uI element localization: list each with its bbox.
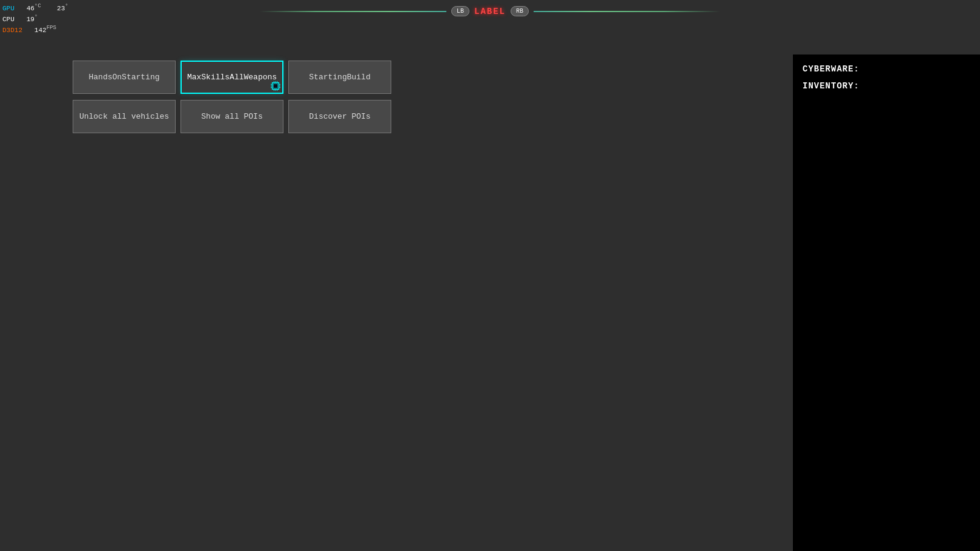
nav-label: LABEL bbox=[474, 7, 506, 16]
cpu-label: CPU bbox=[2, 16, 15, 23]
nav-line-right bbox=[534, 11, 720, 12]
starting-build-button[interactable]: StartingBuild bbox=[288, 61, 391, 94]
buttons-area: HandsOnStartingMaxSkillsAllWeapons Start… bbox=[73, 61, 391, 133]
max-skills-weapons-button[interactable]: MaxSkillsAllWeapons bbox=[180, 61, 283, 94]
nav-rb-button[interactable]: RB bbox=[511, 6, 529, 16]
nav-line-left bbox=[260, 11, 446, 12]
hands-on-starting-button[interactable]: HandsOnStarting bbox=[73, 61, 176, 94]
chip-icon bbox=[270, 81, 281, 91]
cpu-value: 19 bbox=[27, 16, 35, 23]
d3d-label: D3D12 bbox=[2, 27, 22, 34]
inventory-label: INVENTORY: bbox=[803, 81, 970, 91]
top-nav-bar: LB LABEL RB bbox=[260, 6, 720, 16]
cyberware-label: CYBERWARE: bbox=[803, 64, 970, 74]
gpu-label: GPU bbox=[2, 5, 15, 12]
discover-pois-button[interactable]: Discover POIs bbox=[288, 100, 391, 133]
fps-value: 142 bbox=[35, 27, 47, 34]
gpu-value: 46 bbox=[27, 5, 35, 12]
unlock-all-vehicles-button[interactable]: Unlock all vehicles bbox=[73, 100, 176, 133]
nav-lb-button[interactable]: LB bbox=[451, 6, 469, 16]
svg-rect-1 bbox=[273, 84, 277, 88]
hud-stats: GPU 46°C 23° CPU 19° D3D12 142FPS bbox=[2, 2, 68, 35]
right-panel: CYBERWARE: INVENTORY: bbox=[792, 54, 980, 551]
extra-temp: 23 bbox=[57, 5, 65, 12]
show-all-pois-button[interactable]: Show all POIs bbox=[180, 100, 283, 133]
